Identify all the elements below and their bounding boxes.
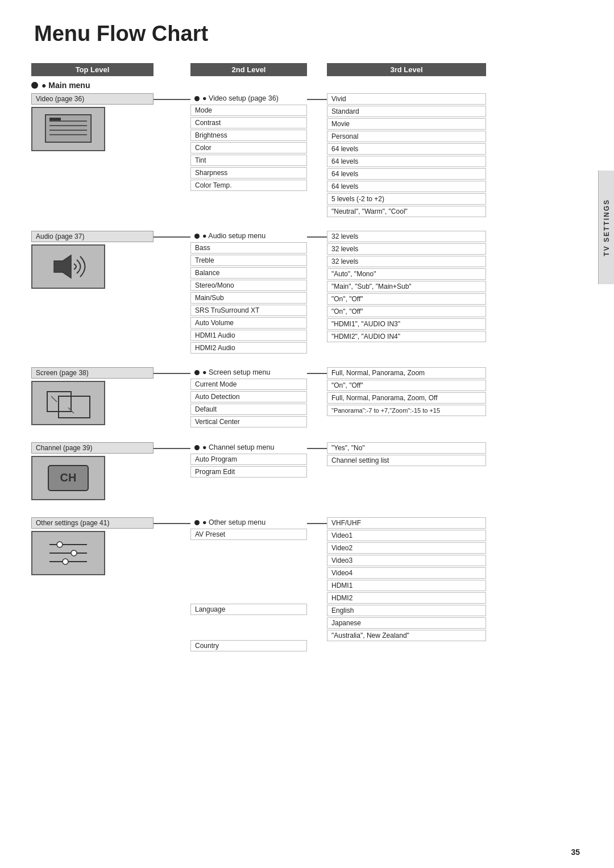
channel-top-label: Channel (page 39) [31,442,154,454]
video-contrast-item: Contrast [190,117,307,128]
audio-stereomono-item: Stereo/Mono [190,280,307,291]
audio-hdmi1-item: HDMI1 Audio [190,330,307,341]
val-stereomono: "Auto", "Mono" [327,268,486,280]
video-brightness-item: Brightness [190,130,307,141]
svg-point-19 [63,559,68,564]
screen-setup-header: ● Screen setup menu [190,367,307,377]
header-3rd-level: 3rd Level [327,63,486,76]
channel-programedit-item: Program Edit [190,466,307,477]
screen-currentmode-item: Current Mode [190,379,307,390]
val-programedit: Channel setting list [327,455,486,466]
channel-autoprogram-item: Auto Program [190,454,307,465]
val-colortemp-values: "Neutral", "Warm", "Cool" [327,206,486,217]
val-balance: 32 levels [327,256,486,267]
val-autovolume: "On", "Off" [327,306,486,317]
val-movie: Movie [327,118,486,130]
other-icon [31,531,105,575]
page-number: 35 [571,848,580,857]
video-sharpness-item: Sharpness [190,167,307,178]
svg-point-17 [71,550,77,556]
video-mode-item: Mode [190,105,307,116]
header-2nd-level: 2nd Level [190,63,307,76]
video-colortemp-item: Color Temp. [190,180,307,191]
audio-icon [31,244,105,289]
val-video2: Video2 [327,542,486,554]
page-title: Menu Flow Chart [0,0,614,63]
svg-rect-9 [59,396,90,418]
video-tint-item: Tint [190,155,307,166]
audio-autovolume-item: Auto Volume [190,317,307,329]
screen-top-label: Screen (page 38) [31,367,154,379]
audio-balance-item: Balance [190,267,307,279]
val-default: Full, Normal, Panorama, Zoom, Off [327,392,486,404]
sidebar-label: TV SETTINGS [603,199,611,256]
audio-mainsub-item: Main/Sub [190,292,307,304]
val-srs: "On", "Off" [327,293,486,305]
main-menu-label: ● Main menu [42,81,90,90]
audio-top-label: Audio (page 37) [31,231,154,242]
header-top-level: Top Level [31,63,154,76]
other-setup-header: ● Other setup menu [190,517,307,528]
audio-bass-item: Bass [190,242,307,254]
val-mainsub: "Main", "Sub", "Main+Sub" [327,281,486,292]
other-country-item: Country [190,640,307,651]
val-currentmode: Full, Normal, Panorama, Zoom [327,367,486,379]
val-color-levels: 64 levels [327,168,486,180]
screen-verticalcenter-item: Vertical Center [190,416,307,427]
val-vhfuhf: VHF/UHF [327,517,486,529]
val-verticalcenter: "Panorama":-7 to +7,"Zoom":-15 to +15 [327,405,486,416]
svg-marker-7 [54,255,71,278]
channel-setup-header: ● Channel setup menu [190,442,307,452]
val-hdmi2audio: "HDMI2", "AUDIO IN4" [327,331,486,342]
val-sharpness-levels: 5 levels (-2 to +2) [327,193,486,205]
val-english: English [327,605,486,616]
val-autoprogram: "Yes", "No" [327,442,486,454]
val-video4: Video4 [327,567,486,579]
other-avpreset-item: AV Preset [190,529,307,540]
svg-rect-6 [49,118,61,121]
val-tint-levels: 64 levels [327,181,486,192]
video-color-item: Color [190,142,307,153]
audio-treble-item: Treble [190,255,307,266]
val-contrast-levels: 64 levels [327,143,486,155]
val-hdmi1: HDMI1 [327,580,486,591]
bullet-main [31,82,38,89]
audio-hdmi2-item: HDMI2 Audio [190,342,307,354]
video-top-label: Video (page 36) [31,93,154,105]
svg-line-10 [51,396,57,402]
val-standard: Standard [327,106,486,117]
val-personal: Personal [327,131,486,142]
svg-text:CH: CH [60,471,77,484]
val-brightness-levels: 64 levels [327,156,486,167]
val-video3: Video3 [327,555,486,566]
video-icon [31,107,105,151]
val-japanese: Japanese [327,617,486,629]
val-country: "Australia", New Zealand" [327,630,486,641]
screen-autodetection-item: Auto Detection [190,391,307,402]
video-setup-header: ● Video setup (page 36) [190,93,307,103]
val-bass: 32 levels [327,231,486,242]
val-video1: Video1 [327,530,486,541]
audio-setup-header: ● Audio setup menu [190,231,307,241]
audio-srs-item: SRS TruSurround XT [190,305,307,316]
svg-point-15 [57,542,63,547]
val-treble: 32 levels [327,243,486,255]
screen-icon [31,381,105,425]
sidebar-tab: TV SETTINGS [598,171,614,284]
other-top-label: Other settings (page 41) [31,517,154,529]
val-autodetection: "On", "Off" [327,380,486,391]
val-hdmi1audio: "HDMI1", "AUDIO IN3" [327,318,486,330]
channel-icon: CH [31,456,105,500]
screen-default-item: Default [190,404,307,415]
val-vivid: Vivid [327,93,486,105]
other-language-item: Language [190,604,307,615]
val-hdmi2: HDMI2 [327,592,486,604]
